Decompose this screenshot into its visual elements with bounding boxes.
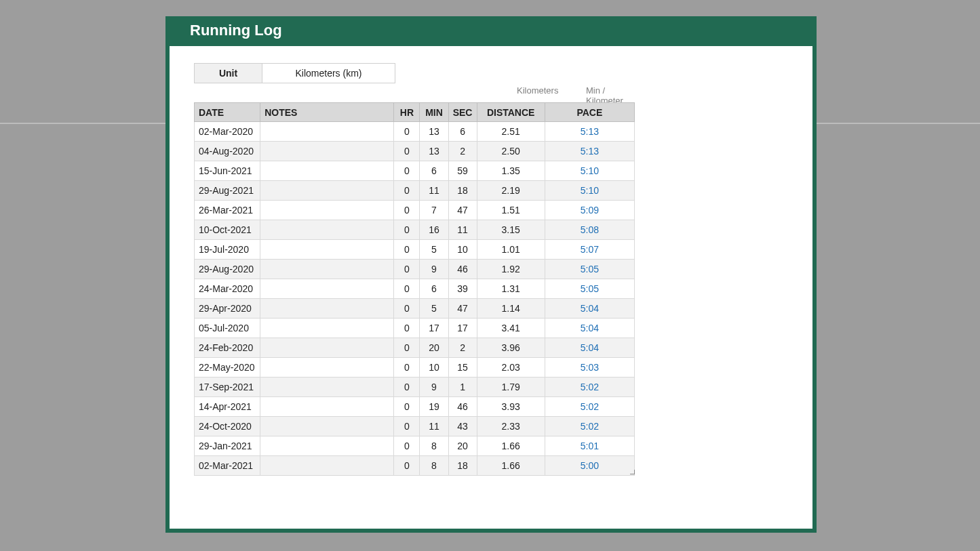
- cell-pace[interactable]: 5:10: [545, 181, 634, 201]
- table-row[interactable]: 22-May-2020010152.035:03: [195, 358, 635, 377]
- cell-hr[interactable]: 0: [394, 201, 420, 220]
- cell-date[interactable]: 02-Mar-2020: [195, 122, 260, 142]
- cell-pace[interactable]: 5:07: [545, 240, 634, 260]
- cell-distance[interactable]: 2.50: [477, 142, 545, 161]
- cell-hr[interactable]: 0: [394, 319, 420, 338]
- cell-pace[interactable]: 5:04: [545, 319, 634, 338]
- cell-hr[interactable]: 0: [394, 279, 420, 299]
- cell-min[interactable]: 8: [420, 456, 448, 476]
- cell-distance[interactable]: 3.15: [477, 220, 545, 240]
- cell-sec[interactable]: 6: [448, 122, 477, 142]
- cell-date[interactable]: 02-Mar-2021: [195, 456, 260, 476]
- unit-selector[interactable]: Unit Kilometers (km): [194, 63, 395, 83]
- table-row[interactable]: 29-Apr-202005471.145:04: [195, 299, 635, 319]
- cell-min[interactable]: 5: [420, 299, 448, 319]
- cell-notes[interactable]: [260, 181, 394, 201]
- cell-distance[interactable]: 1.92: [477, 260, 545, 279]
- cell-date[interactable]: 24-Feb-2020: [195, 338, 260, 358]
- cell-pace[interactable]: 5:02: [545, 417, 634, 436]
- cell-date[interactable]: 24-Oct-2020: [195, 417, 260, 436]
- cell-distance[interactable]: 3.41: [477, 319, 545, 338]
- cell-pace[interactable]: 5:00: [545, 456, 634, 476]
- cell-min[interactable]: 19: [420, 397, 448, 417]
- cell-notes[interactable]: [260, 161, 394, 181]
- cell-min[interactable]: 17: [420, 319, 448, 338]
- cell-pace[interactable]: 5:13: [545, 122, 634, 142]
- cell-hr[interactable]: 0: [394, 417, 420, 436]
- cell-date[interactable]: 10-Oct-2021: [195, 220, 260, 240]
- cell-distance[interactable]: 2.33: [477, 417, 545, 436]
- cell-hr[interactable]: 0: [394, 377, 420, 397]
- cell-distance[interactable]: 3.96: [477, 338, 545, 358]
- cell-date[interactable]: 29-Apr-2020: [195, 299, 260, 319]
- cell-pace[interactable]: 5:02: [545, 377, 634, 397]
- cell-min[interactable]: 8: [420, 436, 448, 456]
- unit-value[interactable]: Kilometers (km): [262, 64, 395, 83]
- cell-hr[interactable]: 0: [394, 299, 420, 319]
- cell-sec[interactable]: 20: [448, 436, 477, 456]
- cell-sec[interactable]: 46: [448, 260, 477, 279]
- cell-min[interactable]: 13: [420, 122, 448, 142]
- header-hr[interactable]: HR: [394, 103, 420, 122]
- cell-hr[interactable]: 0: [394, 338, 420, 358]
- cell-sec[interactable]: 46: [448, 397, 477, 417]
- cell-sec[interactable]: 1: [448, 377, 477, 397]
- cell-notes[interactable]: [260, 279, 394, 299]
- table-row[interactable]: 02-Mar-202108181.665:00: [195, 456, 635, 476]
- cell-date[interactable]: 29-Aug-2020: [195, 260, 260, 279]
- cell-date[interactable]: 15-Jun-2021: [195, 161, 260, 181]
- table-row[interactable]: 05-Jul-2020017173.415:04: [195, 319, 635, 338]
- cell-distance[interactable]: 1.01: [477, 240, 545, 260]
- running-log-table[interactable]: DATE NOTES HR MIN SEC DISTANCE PACE 02-M…: [194, 102, 635, 476]
- header-date[interactable]: DATE: [195, 103, 260, 122]
- cell-notes[interactable]: [260, 319, 394, 338]
- header-notes[interactable]: NOTES: [260, 103, 394, 122]
- table-row[interactable]: 26-Mar-202107471.515:09: [195, 201, 635, 220]
- cell-date[interactable]: 29-Aug-2021: [195, 181, 260, 201]
- table-row[interactable]: 19-Jul-202005101.015:07: [195, 240, 635, 260]
- cell-sec[interactable]: 2: [448, 142, 477, 161]
- cell-notes[interactable]: [260, 122, 394, 142]
- cell-distance[interactable]: 1.79: [477, 377, 545, 397]
- cell-hr[interactable]: 0: [394, 142, 420, 161]
- cell-date[interactable]: 24-Mar-2020: [195, 279, 260, 299]
- cell-notes[interactable]: [260, 260, 394, 279]
- table-row[interactable]: 02-Mar-202001362.515:13: [195, 122, 635, 142]
- header-distance[interactable]: DISTANCE: [477, 103, 545, 122]
- cell-min[interactable]: 9: [420, 377, 448, 397]
- table-row[interactable]: 29-Aug-202009461.925:05: [195, 260, 635, 279]
- cell-distance[interactable]: 1.66: [477, 436, 545, 456]
- cell-sec[interactable]: 43: [448, 417, 477, 436]
- cell-sec[interactable]: 17: [448, 319, 477, 338]
- cell-min[interactable]: 5: [420, 240, 448, 260]
- cell-pace[interactable]: 5:05: [545, 279, 634, 299]
- cell-distance[interactable]: 2.19: [477, 181, 545, 201]
- header-pace[interactable]: PACE: [545, 103, 634, 122]
- cell-min[interactable]: 6: [420, 279, 448, 299]
- table-row[interactable]: 29-Jan-202108201.665:01: [195, 436, 635, 456]
- cell-pace[interactable]: 5:04: [545, 299, 634, 319]
- cell-notes[interactable]: [260, 456, 394, 476]
- header-min[interactable]: MIN: [420, 103, 448, 122]
- cell-pace[interactable]: 5:08: [545, 220, 634, 240]
- cell-sec[interactable]: 59: [448, 161, 477, 181]
- cell-distance[interactable]: 1.66: [477, 456, 545, 476]
- cell-distance[interactable]: 1.31: [477, 279, 545, 299]
- cell-date[interactable]: 17-Sep-2021: [195, 377, 260, 397]
- cell-pace[interactable]: 5:13: [545, 142, 634, 161]
- cell-sec[interactable]: 2: [448, 338, 477, 358]
- cell-distance[interactable]: 3.93: [477, 397, 545, 417]
- table-resize-handle[interactable]: [630, 470, 635, 474]
- cell-hr[interactable]: 0: [394, 358, 420, 377]
- table-row[interactable]: 14-Apr-2021019463.935:02: [195, 397, 635, 417]
- cell-notes[interactable]: [260, 299, 394, 319]
- cell-min[interactable]: 11: [420, 181, 448, 201]
- cell-distance[interactable]: 2.03: [477, 358, 545, 377]
- cell-date[interactable]: 04-Aug-2020: [195, 142, 260, 161]
- cell-distance[interactable]: 1.35: [477, 161, 545, 181]
- cell-min[interactable]: 13: [420, 142, 448, 161]
- cell-date[interactable]: 22-May-2020: [195, 358, 260, 377]
- cell-hr[interactable]: 0: [394, 397, 420, 417]
- cell-hr[interactable]: 0: [394, 220, 420, 240]
- table-row[interactable]: 24-Feb-202002023.965:04: [195, 338, 635, 358]
